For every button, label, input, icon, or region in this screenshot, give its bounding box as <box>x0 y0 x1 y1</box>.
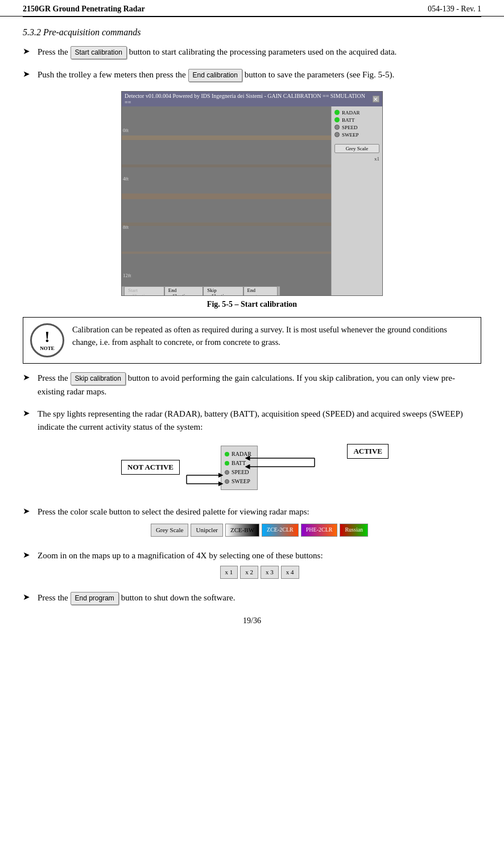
light-sweep <box>334 132 340 137</box>
bullet1-text-after: button to start calibrating the processi… <box>129 47 397 56</box>
bullet-item-2: ➤ Push the trolley a few meters then pre… <box>23 68 481 82</box>
light-speed-label: SPEED <box>342 125 358 130</box>
zoom-x3-btn[interactable]: x 3 <box>261 566 279 579</box>
exclamation-icon: ! <box>44 329 49 345</box>
bullet-content-4: The spy lights representing the radar (R… <box>38 408 481 434</box>
panel-light-batt <box>225 461 229 466</box>
radar-scan-lines <box>122 106 331 296</box>
greyscale-sidebar-btn[interactable]: Grey Scale <box>334 144 379 153</box>
radar-titlebar-text: Detector v01.00.004 Powered by IDS Ingeg… <box>125 93 373 105</box>
zoom-x2-btn[interactable]: x 2 <box>240 566 258 579</box>
panel-label-sweep: SWEEP <box>232 477 250 486</box>
note-label: NOTE <box>40 346 55 351</box>
bullet7-text-before: Press the <box>38 593 71 602</box>
bullet7-text-after: button to shut down the software. <box>121 593 236 602</box>
bottom-start-cal-btn[interactable]: Start calibration <box>124 286 164 296</box>
bullet-item-7: ➤ Press the End program button to shut d… <box>23 591 481 605</box>
status-diagram: NOT ACTIVE ACTIVE RADAR BATT SPEED SWEEP <box>115 443 389 500</box>
spy-light-speed: SPEED <box>334 125 379 130</box>
zoom-row: x 1 x 2 x 3 x 4 <box>38 566 481 579</box>
scan-stripe-4 <box>122 223 331 226</box>
panel-label-speed: SPEED <box>232 468 249 477</box>
bullet-content-3: Press the Skip calibration button to avo… <box>38 372 481 398</box>
bullet1-text-before: Press the <box>38 47 71 56</box>
figure-container: Detector v01.00.004 Powered by IDS Ingeg… <box>23 91 481 309</box>
radar-close-button[interactable]: ✕ <box>373 96 379 102</box>
page-header: 2150GR Ground Penetrating Radar 054-139 … <box>0 0 504 17</box>
palette-zce2clr-btn[interactable]: ZCE-2CLR <box>262 524 299 537</box>
panel-row-radar: RADAR <box>225 450 251 459</box>
figure-caption: Fig. 5-5 – Start calibration <box>207 300 297 309</box>
light-radar <box>334 110 340 115</box>
bullet5-text: Press the color scale button to select t… <box>38 507 309 516</box>
bullet-item-3: ➤ Press the Skip calibration button to a… <box>23 372 481 398</box>
header-title-left: 2150GR Ground Penetrating Radar <box>23 5 145 14</box>
bullet-content-6: Zoom in on the maps up to a magnificatio… <box>38 549 481 582</box>
bullet-arrow-6: ➤ <box>23 550 32 560</box>
spy-light-sweep: SWEEP <box>334 132 379 138</box>
bullet-item-6: ➤ Zoom in on the maps up to a magnificat… <box>23 549 481 582</box>
header-title-right: 054-139 - Rev. 1 <box>428 5 481 14</box>
bullet-content-1: Press the Start calibration button to st… <box>38 46 481 59</box>
panel-row-speed: SPEED <box>225 468 251 477</box>
palette-greyscale-btn[interactable]: Grey Scale <box>151 524 189 537</box>
color-palette-row: Grey Scale Unipcler ZCE-BW ZCE-2CLR PHE-… <box>38 524 481 537</box>
scan-stripe-1 <box>122 135 331 140</box>
note-icon: ! NOTE <box>30 323 64 357</box>
bullet-item-1: ➤ Press the Start calibration button to … <box>23 46 481 59</box>
bullet-arrow-5: ➤ <box>23 506 32 516</box>
bullet-arrow-1: ➤ <box>23 46 32 56</box>
light-radar-label: RADAR <box>342 110 360 116</box>
bullet-item-5: ➤ Press the color scale button to select… <box>23 505 481 540</box>
scan-stripe-3 <box>122 194 331 199</box>
spy-lights: RADAR BATT SPEED SWEEP <box>334 110 379 138</box>
page-wrapper: 5.3.2 Pre-acquisition commands ➤ Press t… <box>0 27 504 648</box>
bullet6-text: Zoom in on the maps up to a magnificatio… <box>38 551 323 560</box>
bullet3-text-before: Press the <box>38 373 71 382</box>
end-calibration-inline-btn[interactable]: End calibration <box>188 69 242 82</box>
panel-light-speed <box>225 470 229 475</box>
palette-phe2clr-btn[interactable]: PHE-2CLR <box>301 524 338 537</box>
bullet-content-5: Press the color scale button to select t… <box>38 505 481 540</box>
bullet-arrow-3: ➤ <box>23 372 32 382</box>
bullet-arrow-7: ➤ <box>23 592 32 602</box>
radar-sidebar: RADAR BATT SPEED SWEEP <box>331 106 382 296</box>
end-program-inline-btn[interactable]: End program <box>71 592 119 605</box>
spy-light-radar: RADAR <box>334 110 379 116</box>
palette-unipcler-btn[interactable]: Unipcler <box>191 524 222 537</box>
palette-russian-btn[interactable]: Russian <box>340 524 368 537</box>
panel-row-sweep: SWEEP <box>225 477 251 486</box>
bullet2-text-after: button to save the parameters (see Fig. … <box>245 70 395 79</box>
not-active-box: NOT ACTIVE <box>121 460 180 475</box>
bullet-arrow-2: ➤ <box>23 69 32 79</box>
scan-stripe-5 <box>122 252 331 254</box>
spy-light-batt: BATT <box>334 117 379 123</box>
header-divider <box>23 17 481 17</box>
start-calibration-inline-btn[interactable]: Start calibration <box>71 46 127 59</box>
panel-label-batt: BATT <box>232 459 246 468</box>
radar-body: 0ft 4ft 8ft 12ft Star <box>122 106 382 296</box>
bottom-skip-cal-btn[interactable]: Skip calibration <box>203 286 243 296</box>
x1-label: x1 <box>334 156 379 162</box>
status-panel: RADAR BATT SPEED SWEEP <box>221 446 258 490</box>
scan-stripe-2 <box>122 164 331 167</box>
bullet2-text-before: Push the trolley a few meters then press… <box>38 70 188 79</box>
zoom-x4-btn[interactable]: x 4 <box>281 566 299 579</box>
panel-light-sweep <box>225 479 229 484</box>
skip-calibration-inline-btn[interactable]: Skip calibration <box>71 372 126 385</box>
light-sweep-label: SWEEP <box>342 132 359 138</box>
panel-label-radar: RADAR <box>232 450 251 459</box>
bottom-end-prog-btn[interactable]: End program <box>243 286 278 296</box>
zoom-x1-btn[interactable]: x 1 <box>220 566 238 579</box>
radar-titlebar: Detector v01.00.004 Powered by IDS Ingeg… <box>122 92 382 106</box>
radar-main-area: 0ft 4ft 8ft 12ft Star <box>122 106 331 296</box>
panel-light-radar <box>225 452 229 456</box>
palette-zcebw-btn[interactable]: ZCE-BW <box>225 524 259 537</box>
bullet-arrow-4: ➤ <box>23 408 32 418</box>
bullet-item-4: ➤ The spy lights representing the radar … <box>23 408 481 434</box>
light-batt <box>334 117 340 122</box>
radar-bottom-bar: Start calibration End calibration Skip c… <box>122 286 280 296</box>
bottom-end-cal-btn[interactable]: End calibration <box>164 286 203 296</box>
bullet-content-2: Push the trolley a few meters then press… <box>38 68 481 82</box>
light-speed <box>334 125 340 130</box>
